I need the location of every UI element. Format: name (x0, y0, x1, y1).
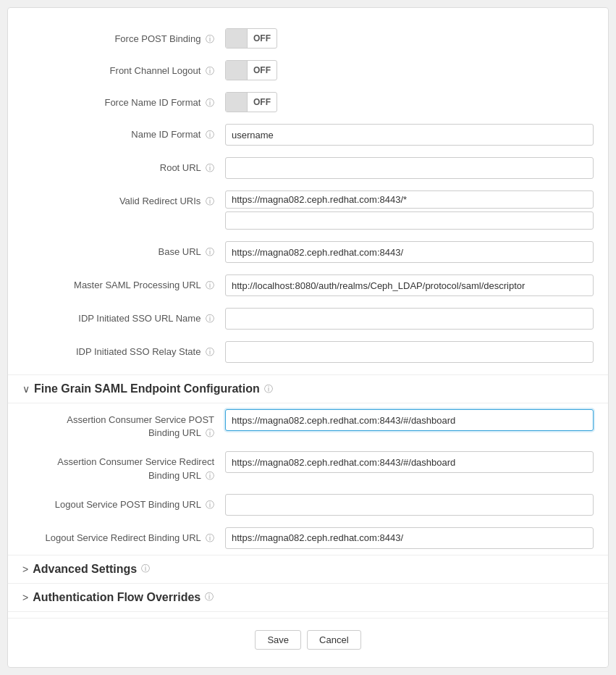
front-channel-logout-help-icon[interactable]: ⓘ (206, 66, 214, 76)
valid-redirect-uri-2-input[interactable] (225, 211, 594, 230)
acs-redirect-binding-url-help-icon[interactable]: ⓘ (206, 471, 214, 481)
idp-sso-relay-state-row: IDP Initiated SSO Relay State ⓘ (8, 335, 608, 369)
logout-post-binding-url-label: Logout Service POST Binding URL ⓘ (22, 494, 225, 511)
valid-redirect-uris-row: Valid Redirect URIs ⓘ (8, 185, 608, 235)
front-channel-logout-label: Front Channel Logout ⓘ (22, 60, 225, 77)
auth-flow-chevron-icon: > (22, 592, 28, 603)
master-saml-url-label: Master SAML Processing URL ⓘ (22, 274, 225, 292)
idp-sso-url-name-help-icon[interactable]: ⓘ (206, 314, 214, 324)
advanced-settings-help-icon[interactable]: ⓘ (141, 563, 150, 575)
base-url-row: Base URL ⓘ (8, 235, 608, 269)
master-saml-url-input[interactable] (225, 274, 594, 296)
front-channel-logout-toggle[interactable]: OFF (225, 60, 277, 80)
name-id-format-input[interactable] (225, 124, 594, 146)
force-post-binding-help-icon[interactable]: ⓘ (206, 34, 214, 44)
auth-flow-section-title: Authentication Flow Overrides (33, 591, 201, 604)
logout-post-binding-url-row: Logout Service POST Binding URL ⓘ (8, 488, 608, 521)
acs-post-binding-url-help-icon[interactable]: ⓘ (206, 428, 214, 438)
force-post-binding-toggle[interactable]: OFF (225, 28, 277, 49)
force-post-binding-row: Force POST Binding ⓘ OFF (8, 22, 608, 54)
logout-post-binding-url-input[interactable] (225, 494, 594, 516)
root-url-row: Root URL ⓘ (8, 151, 608, 185)
acs-post-binding-url-row: Assertion Consumer Service POSTBinding U… (8, 403, 608, 445)
toggle-track (226, 93, 248, 112)
logout-redirect-binding-url-help-icon[interactable]: ⓘ (206, 533, 214, 543)
force-name-id-format-help-icon[interactable]: ⓘ (206, 98, 214, 108)
idp-sso-relay-state-label: IDP Initiated SSO Relay State ⓘ (22, 341, 225, 359)
idp-sso-relay-state-help-icon[interactable]: ⓘ (206, 347, 214, 357)
valid-redirect-uri-1-input[interactable] (225, 190, 594, 209)
logout-redirect-binding-url-input[interactable] (225, 527, 594, 549)
idp-sso-relay-state-input[interactable] (225, 341, 594, 363)
valid-redirect-uris-group (225, 190, 594, 230)
logout-post-binding-url-help-icon[interactable]: ⓘ (206, 500, 214, 510)
idp-sso-url-name-row: IDP Initiated SSO URL Name ⓘ (8, 302, 608, 335)
force-name-id-format-label: Force Name ID Format ⓘ (22, 92, 225, 109)
base-url-input[interactable] (225, 241, 594, 263)
footer-buttons: Save Cancel (8, 618, 608, 653)
front-channel-logout-row: Front Channel Logout ⓘ OFF (8, 54, 608, 86)
acs-post-binding-url-input[interactable] (225, 409, 594, 431)
acs-post-binding-url-label: Assertion Consumer Service POSTBinding U… (22, 409, 225, 440)
acs-redirect-binding-url-input[interactable] (225, 451, 594, 473)
logout-redirect-binding-url-label: Logout Service Redirect Binding URL ⓘ (22, 527, 225, 545)
root-url-help-icon[interactable]: ⓘ (206, 163, 214, 173)
acs-redirect-binding-url-label: Assertion Consumer Service RedirectBindi… (22, 451, 225, 482)
toggle-track (226, 29, 248, 48)
save-button[interactable]: Save (255, 630, 301, 650)
root-url-label: Root URL ⓘ (22, 157, 225, 175)
auth-flow-help-icon[interactable]: ⓘ (205, 591, 214, 603)
fine-grain-section-title: Fine Grain SAML Endpoint Configuration (34, 382, 260, 395)
master-saml-url-help-icon[interactable]: ⓘ (206, 280, 214, 290)
valid-redirect-uris-help-icon[interactable]: ⓘ (206, 196, 214, 206)
fine-grain-chevron-icon: ∨ (22, 383, 30, 395)
root-url-input[interactable] (225, 157, 594, 179)
fine-grain-section-header[interactable]: ∨ Fine Grain SAML Endpoint Configuration… (8, 374, 608, 403)
auth-flow-section-header[interactable]: > Authentication Flow Overrides ⓘ (8, 584, 608, 612)
settings-card: Force POST Binding ⓘ OFF Front Channel L… (7, 7, 609, 668)
valid-redirect-uris-label: Valid Redirect URIs ⓘ (22, 190, 225, 208)
advanced-settings-section-title: Advanced Settings (33, 563, 137, 576)
name-id-format-help-icon[interactable]: ⓘ (206, 130, 214, 140)
acs-redirect-binding-url-row: Assertion Consumer Service RedirectBindi… (8, 445, 608, 487)
name-id-format-row: Name ID Format ⓘ (8, 118, 608, 151)
name-id-format-label: Name ID Format ⓘ (22, 124, 225, 141)
force-name-id-format-row: Force Name ID Format ⓘ OFF (8, 86, 608, 118)
base-url-help-icon[interactable]: ⓘ (206, 247, 214, 257)
base-url-label: Base URL ⓘ (22, 241, 225, 259)
toggle-track (226, 61, 248, 80)
logout-redirect-binding-url-row: Logout Service Redirect Binding URL ⓘ (8, 521, 608, 555)
advanced-settings-chevron-icon: > (22, 563, 28, 575)
cancel-button[interactable]: Cancel (307, 630, 360, 650)
force-name-id-format-toggle[interactable]: OFF (225, 92, 277, 112)
fine-grain-help-icon[interactable]: ⓘ (264, 383, 273, 395)
master-saml-url-row: Master SAML Processing URL ⓘ (8, 269, 608, 302)
advanced-settings-section-header[interactable]: > Advanced Settings ⓘ (8, 555, 608, 584)
idp-sso-url-name-input[interactable] (225, 308, 594, 330)
force-post-binding-label: Force POST Binding ⓘ (22, 28, 225, 46)
idp-sso-url-name-label: IDP Initiated SSO URL Name ⓘ (22, 308, 225, 325)
fine-grain-section-content: Assertion Consumer Service POSTBinding U… (8, 403, 608, 555)
